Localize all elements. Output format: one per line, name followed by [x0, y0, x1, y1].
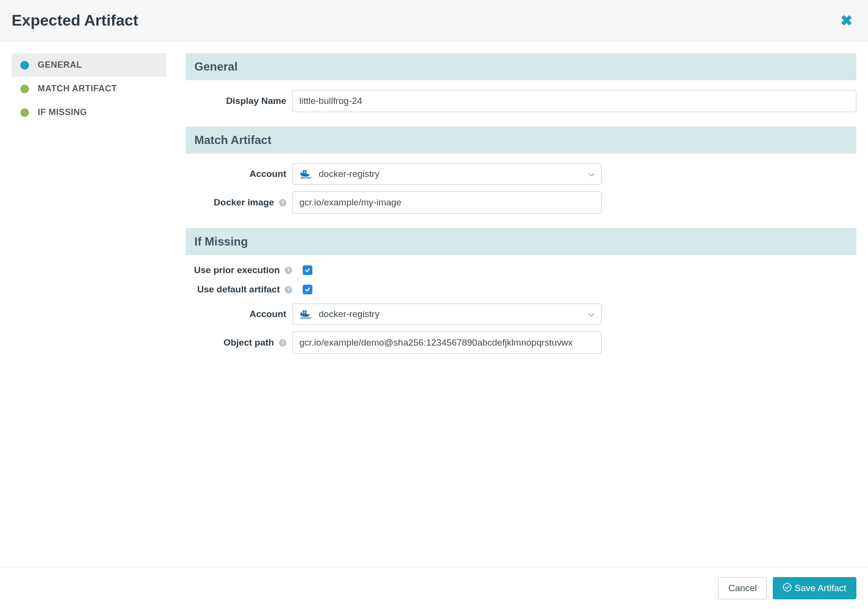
help-icon[interactable]: ?	[285, 286, 292, 293]
match-account-label: Account	[186, 169, 292, 179]
object-path-label: Object path ?	[186, 337, 292, 348]
status-dot-icon	[20, 85, 29, 93]
svg-rect-3	[303, 170, 305, 172]
missing-account-value: docker-registry	[319, 309, 588, 319]
modal-header: Expected Artifact ✖	[0, 0, 868, 42]
svg-rect-6	[303, 313, 305, 315]
sidebar-item-if-missing[interactable]: IF MISSING	[12, 101, 166, 124]
sidebar-nav: GENERAL MATCH ARTIFACT IF MISSING	[12, 53, 166, 555]
help-icon[interactable]: ?	[285, 267, 292, 274]
display-name-input[interactable]	[292, 90, 856, 112]
use-prior-label: Use prior execution ?	[186, 265, 292, 276]
expected-artifact-modal: Expected Artifact ✖ GENERAL MATCH ARTIFA…	[0, 0, 868, 609]
status-dot-icon	[20, 61, 29, 70]
missing-account-label: Account	[186, 309, 292, 319]
cancel-button[interactable]: Cancel	[718, 577, 767, 599]
section-match-artifact: Match Artifact Account	[186, 127, 856, 214]
sidebar-item-match-artifact[interactable]: MATCH ARTIFACT	[12, 77, 166, 101]
sidebar-item-general[interactable]: GENERAL	[12, 53, 166, 77]
use-default-row: Use default artifact ?	[186, 284, 856, 295]
sidebar-item-label: IF MISSING	[38, 107, 87, 117]
docker-icon: docker	[299, 309, 313, 319]
missing-account-row: Account	[186, 304, 856, 325]
close-icon: ✖	[840, 13, 853, 29]
display-name-row: Display Name	[186, 90, 856, 112]
svg-rect-2	[305, 173, 307, 174]
display-name-label: Display Name	[186, 96, 292, 106]
help-icon[interactable]: ?	[279, 339, 286, 347]
docker-icon: docker	[299, 169, 313, 179]
docker-image-label: Docker image ?	[186, 197, 292, 208]
svg-rect-1	[303, 173, 305, 174]
svg-rect-8	[303, 310, 305, 312]
chevron-down-icon	[588, 169, 594, 179]
svg-rect-0	[301, 173, 303, 174]
object-path-input[interactable]	[292, 332, 602, 354]
section-header-general: General	[186, 53, 856, 80]
svg-rect-9	[305, 310, 307, 312]
use-prior-checkbox[interactable]	[303, 265, 312, 275]
match-account-select[interactable]: docker docker-registry	[292, 163, 602, 185]
chevron-down-icon	[588, 309, 594, 319]
missing-account-select[interactable]: docker docker-registry	[292, 304, 602, 325]
main-content: General Display Name Match Artifact Acco…	[166, 53, 856, 555]
match-account-value: docker-registry	[319, 169, 588, 179]
modal-body: GENERAL MATCH ARTIFACT IF MISSING Genera…	[0, 42, 868, 567]
svg-rect-4	[305, 170, 307, 172]
sidebar-item-label: MATCH ARTIFACT	[38, 84, 117, 94]
section-header-match-artifact: Match Artifact	[186, 127, 856, 154]
svg-point-10	[783, 583, 791, 591]
modal-title: Expected Artifact	[12, 12, 138, 29]
check-circle-icon	[783, 583, 792, 594]
svg-rect-7	[305, 313, 307, 315]
help-icon[interactable]: ?	[279, 199, 286, 206]
modal-footer: Cancel Save Artifact	[0, 567, 868, 609]
section-header-if-missing: If Missing	[186, 228, 856, 255]
use-prior-row: Use prior execution ?	[186, 265, 856, 276]
svg-rect-5	[301, 313, 303, 315]
status-dot-icon	[20, 108, 29, 117]
save-artifact-button[interactable]: Save Artifact	[773, 577, 856, 599]
use-default-checkbox[interactable]	[303, 285, 312, 294]
close-button[interactable]: ✖	[840, 14, 853, 28]
sidebar-item-label: GENERAL	[38, 60, 82, 70]
match-account-row: Account	[186, 163, 856, 185]
docker-image-row: Docker image ?	[186, 191, 856, 214]
docker-image-input[interactable]	[292, 191, 602, 214]
use-default-label: Use default artifact ?	[186, 284, 292, 295]
section-general: General Display Name	[186, 53, 856, 112]
section-if-missing: If Missing Use prior execution ? Use def…	[186, 228, 856, 354]
object-path-row: Object path ?	[186, 332, 856, 354]
